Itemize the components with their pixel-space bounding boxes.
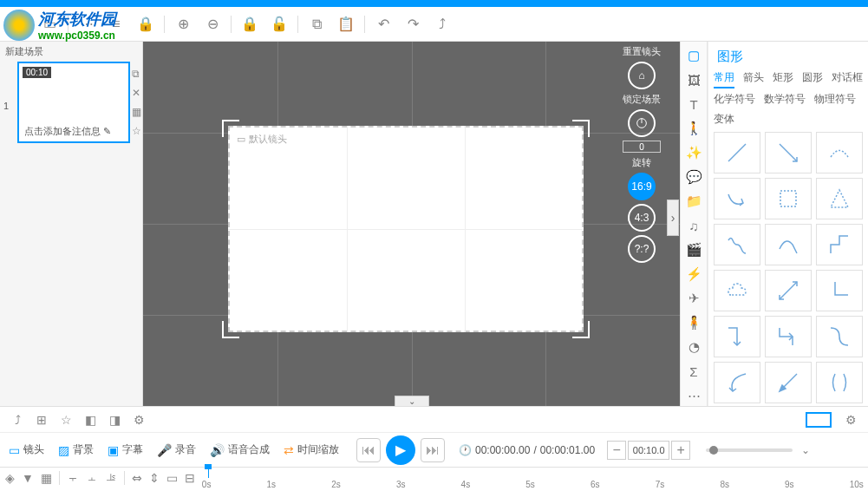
shape-dotted-rect[interactable]: [765, 178, 812, 219]
shape-double-arrow[interactable]: [765, 270, 812, 311]
more-tool-icon[interactable]: ⋯: [683, 385, 704, 406]
stage-corner-tr[interactable]: [572, 120, 590, 137]
tab-math[interactable]: 数学符号: [764, 90, 806, 108]
timeline-ruler[interactable]: 0s1s2s3s4s5s6s7s8s9s10s: [202, 468, 863, 492]
tab-dialog[interactable]: 对话框: [832, 69, 863, 88]
select-tool-icon[interactable]: ▢: [683, 45, 704, 66]
shape-triangle-dashed[interactable]: [816, 178, 863, 219]
undo-icon[interactable]: ↶: [371, 12, 395, 36]
align-bot-icon[interactable]: ⫡: [105, 471, 117, 485]
fx-tool-icon[interactable]: ✨: [683, 142, 704, 163]
collapse-right-handle[interactable]: ›: [667, 200, 679, 236]
character-tool-icon[interactable]: 🚶: [683, 118, 704, 139]
folder-tool-icon[interactable]: 📁: [683, 191, 704, 212]
shape-elbow-arrow[interactable]: [765, 316, 812, 357]
tab-chemistry[interactable]: 化学符号: [714, 90, 755, 108]
comment-tool-icon[interactable]: 💬: [683, 167, 704, 187]
rotation-value[interactable]: 0: [623, 141, 661, 153]
shape-curve-arrow[interactable]: [714, 178, 760, 219]
step-forward-button[interactable]: ⏭: [421, 438, 445, 462]
dist-h-icon[interactable]: ⇔: [132, 471, 142, 485]
image-tool-icon[interactable]: 🖼: [683, 69, 704, 90]
tab-variant[interactable]: 变体: [714, 110, 734, 128]
scene-thumbnail[interactable]: 00:10 点击添加备注信息 ✎: [17, 62, 130, 143]
zoom-time-minus[interactable]: −: [607, 441, 626, 460]
shape-line[interactable]: [714, 132, 760, 173]
sigma-tool-icon[interactable]: Σ: [683, 361, 704, 382]
camera-track-button[interactable]: ▭镜头: [5, 441, 48, 459]
flash-tool-icon[interactable]: ⚡: [683, 264, 704, 285]
grid-scene-icon[interactable]: ▦: [132, 106, 144, 118]
tab-circle[interactable]: 圆形: [802, 69, 823, 88]
play-button[interactable]: ▶: [386, 435, 415, 465]
filter-icon[interactable]: ⚙: [128, 409, 149, 430]
settings-icon[interactable]: ⚙: [840, 409, 861, 430]
scene-caption[interactable]: 点击添加备注信息 ✎: [19, 115, 128, 140]
layers-icon[interactable]: ▦: [41, 471, 52, 485]
speed-slider-knob[interactable]: [709, 446, 718, 455]
shape-s-curve[interactable]: [816, 316, 863, 357]
collapse-down-handle[interactable]: ⌄: [395, 396, 429, 406]
shape-step[interactable]: [816, 224, 863, 265]
text-tool-icon[interactable]: T: [683, 94, 704, 115]
background-track-button[interactable]: ▨背景: [55, 441, 97, 459]
music-tool-icon[interactable]: ♫: [683, 215, 704, 236]
zoom-time-plus[interactable]: +: [671, 441, 690, 460]
record-track-button[interactable]: 🎤录音: [153, 441, 199, 459]
shape-squiggle[interactable]: [714, 224, 760, 265]
zoom-out-icon[interactable]: ⊖: [200, 12, 225, 36]
airplane-tool-icon[interactable]: ✈: [683, 288, 704, 309]
lock-icon[interactable]: 🔒: [134, 12, 158, 36]
step-back-button[interactable]: ⏮: [356, 438, 381, 462]
gap-icon[interactable]: ⊟: [185, 471, 195, 485]
dist-v-icon[interactable]: ⇕: [149, 471, 160, 485]
ratio-4-3-button[interactable]: 4:3: [628, 204, 656, 232]
props-icon[interactable]: ◈: [5, 471, 15, 485]
stage-corner-br[interactable]: [572, 321, 590, 338]
stage-frame[interactable]: ▭ 默认镜头: [228, 126, 584, 332]
filter-icon[interactable]: ▼: [22, 471, 34, 485]
export-icon[interactable]: ⤴: [7, 409, 28, 430]
redo-icon[interactable]: ↷: [401, 12, 425, 36]
caption-track-button[interactable]: ▣字幕: [104, 441, 147, 459]
unlock-layer-icon[interactable]: 🔓: [267, 12, 291, 36]
ratio-16-9-button[interactable]: 16:9: [628, 173, 656, 200]
add-scene-icon[interactable]: ⊞: [31, 409, 52, 430]
movie-tool-icon[interactable]: 🎬: [683, 239, 704, 260]
shape-curve-left[interactable]: [714, 362, 760, 403]
shape-arrow-line[interactable]: [765, 132, 812, 173]
tab-rect[interactable]: 矩形: [773, 69, 793, 88]
tab-arrow[interactable]: 箭头: [743, 69, 764, 88]
tab-common[interactable]: 常用: [714, 69, 734, 88]
paste-icon[interactable]: 📋: [334, 12, 358, 36]
tab-physics[interactable]: 物理符号: [814, 90, 856, 108]
tts-track-button[interactable]: 🔊语音合成: [206, 441, 273, 459]
align-mid-icon[interactable]: ⫠: [86, 471, 98, 485]
group-icon[interactable]: ▭: [166, 471, 178, 485]
align-top-icon[interactable]: ⫟: [67, 471, 79, 485]
ratio-custom-button[interactable]: ?:?: [628, 235, 656, 263]
lock-layer-icon[interactable]: 🔒: [238, 12, 262, 36]
chevron-down-icon[interactable]: ⌄: [801, 444, 810, 456]
zoom-time-value[interactable]: 00:10.0: [628, 441, 669, 460]
stage-corner-bl[interactable]: [222, 321, 239, 338]
delete-scene-icon[interactable]: ✕: [132, 87, 144, 99]
lock-scene-button[interactable]: [628, 109, 656, 137]
shape-dashed-arc[interactable]: [816, 132, 863, 173]
shape-arrow-angled[interactable]: [765, 362, 812, 403]
align-left-icon[interactable]: ◧: [80, 409, 101, 430]
export-icon[interactable]: ⤴: [430, 12, 454, 36]
shape-l-shape[interactable]: [816, 270, 863, 311]
shape-wave[interactable]: [765, 224, 812, 265]
shape-brackets[interactable]: [816, 362, 863, 403]
time-scale-button[interactable]: ⇄时间缩放: [280, 441, 343, 459]
shape-elbow-down[interactable]: [714, 316, 760, 357]
align-right-icon[interactable]: ◨: [104, 409, 125, 430]
pie-tool-icon[interactable]: ◔: [683, 337, 704, 357]
aspect-indicator[interactable]: [806, 412, 832, 428]
canvas-area[interactable]: ▭ 默认镜头 重置镜头 ⌂ 锁定场景 0 旋转 16:9 4:3 ?:? ⌄: [143, 42, 680, 406]
star-icon[interactable]: ☆: [55, 409, 76, 430]
copy-scene-icon[interactable]: ⧉: [132, 68, 144, 80]
zoom-in-icon[interactable]: ⊕: [171, 12, 195, 36]
speed-slider[interactable]: [706, 448, 793, 452]
